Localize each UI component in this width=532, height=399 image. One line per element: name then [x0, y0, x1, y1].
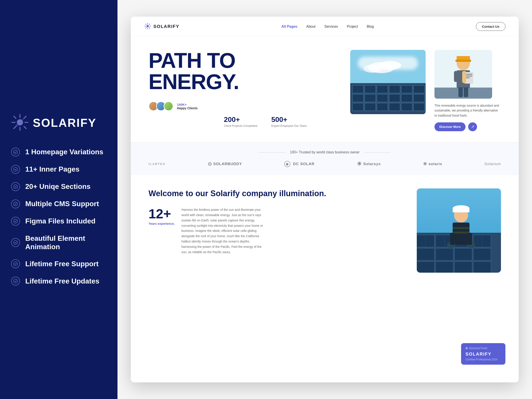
nav-link-about[interactable]: About — [306, 25, 316, 29]
svg-line-25 — [149, 27, 150, 28]
welcome-stats: 12+ Years experience. Harness the limitl… — [149, 207, 403, 255]
check-icon-8 — [11, 277, 20, 285]
welcome-body-text: Harness the limitless power of the sun a… — [181, 207, 266, 255]
svg-rect-68 — [465, 76, 472, 76]
brand-solarbuddy: ⊙ SOLARBUDDY — [208, 161, 242, 167]
badge-dot — [466, 347, 468, 349]
svg-point-18 — [13, 279, 18, 283]
nav-link-services[interactable]: Services — [324, 25, 338, 29]
svg-point-14 — [13, 202, 18, 206]
svg-line-6 — [24, 126, 26, 129]
svg-rect-47 — [377, 103, 388, 111]
welcome-worker-svg — [417, 188, 501, 273]
feature-label-2: 11+ Inner Pages — [25, 165, 80, 173]
brand-solarsys: ☀ Solarsys — [357, 160, 381, 167]
svg-rect-83 — [436, 248, 453, 260]
stat-number-2: 500+ — [271, 115, 307, 124]
nav-link-allpages[interactable]: All Pages — [281, 25, 297, 29]
check-icon-2 — [11, 165, 20, 174]
brand-solarium: Solarium — [484, 162, 501, 166]
hero-clients: 140K+ Happy Clients — [149, 101, 341, 111]
svg-rect-96 — [453, 208, 469, 212]
hero-description: This renewable energy source is abundant… — [434, 103, 501, 118]
clients-text: 140K+ Happy Clients — [177, 103, 197, 110]
svg-rect-46 — [365, 103, 376, 111]
stat-label-1: Client Projects Completed. — [224, 124, 258, 127]
svg-rect-85 — [473, 248, 491, 260]
hero-title-line1: PATH TO — [149, 50, 341, 71]
hero-right: This renewable energy source is abundant… — [434, 50, 501, 131]
feature-item-5: Figma Files Included — [11, 217, 106, 226]
hero-worker-image — [434, 50, 492, 99]
features-list: 1 Homepage Variations 11+ Inner Pages 20… — [11, 148, 106, 286]
browser-window: SOLARIFY All Pages About Services Projec… — [131, 17, 519, 382]
svg-rect-38 — [413, 85, 424, 93]
discover-arrow-button[interactable]: ↗ — [468, 122, 477, 131]
svg-rect-70 — [462, 71, 466, 83]
discover-more-button[interactable]: Discover More — [434, 122, 466, 131]
svg-point-16 — [13, 241, 18, 245]
svg-rect-86 — [417, 262, 434, 273]
welcome-left: Welcome to our Solarify company illumina… — [149, 188, 403, 369]
hero-center-image — [350, 50, 426, 114]
trusted-line-left — [259, 152, 285, 152]
svg-point-10 — [22, 118, 24, 120]
badge-tag: Electrical Fixed — [466, 347, 501, 350]
feature-label-4: Multiple CMS Support — [25, 200, 99, 208]
svg-rect-50 — [413, 103, 424, 111]
nav-link-blog[interactable]: Blog — [367, 25, 374, 29]
brand-solaris: ✳ solaris — [423, 161, 442, 167]
feature-label-5: Figma Files Included — [25, 217, 95, 225]
brand-dcsolar: ◉ DC SOLAR — [284, 161, 315, 167]
stat-item-1: 200+ Client Projects Completed. — [224, 115, 258, 127]
nav-link-project[interactable]: Project — [347, 25, 358, 29]
navbar: SOLARIFY All Pages About Services Projec… — [131, 17, 519, 37]
trusted-title: 100+ Trusted by world class business own… — [149, 150, 501, 154]
svg-point-17 — [13, 262, 18, 266]
trusted-line-right — [364, 152, 391, 152]
left-panel: SOLARIFY 1 Homepage Variations 11+ Inner… — [0, 0, 117, 399]
svg-point-13 — [13, 185, 18, 189]
badge-name: SOLARIFY — [466, 352, 501, 357]
welcome-stat-number: 12+ — [149, 207, 175, 221]
svg-point-19 — [146, 25, 149, 27]
badge-tag-text: Electrical Fixed — [469, 347, 487, 350]
badge-card: Electrical Fixed SOLARIFY Certified Prof… — [461, 343, 505, 365]
feature-label-7: Lifetime Free Support — [25, 260, 99, 268]
feature-label-6: Beautiful Element Animation — [25, 234, 106, 251]
check-icon-5 — [11, 217, 20, 226]
svg-rect-82 — [417, 248, 434, 260]
svg-rect-87 — [436, 262, 453, 273]
nav-logo-icon — [144, 23, 151, 31]
left-logo-text: SOLARIFY — [33, 116, 96, 129]
svg-point-0 — [17, 119, 23, 126]
worker-svg — [434, 50, 492, 99]
stat-item-2: 500+ Expert Employed Our Team. — [271, 115, 307, 127]
svg-rect-48 — [389, 103, 400, 111]
hero-title-line2: ENERGY. — [149, 71, 341, 92]
svg-rect-103 — [467, 233, 472, 245]
left-logo-area: SOLARIFY — [11, 114, 106, 132]
svg-point-12 — [13, 167, 18, 171]
svg-rect-64 — [456, 60, 471, 62]
stat-number-1: 200+ — [224, 115, 258, 124]
svg-rect-99 — [453, 232, 469, 234]
stat-label-2: Expert Employed Our Team. — [271, 124, 307, 127]
check-icon-4 — [11, 200, 20, 208]
feature-item-8: Lifetime Free Updates — [11, 277, 106, 285]
welcome-title: Welcome to our Solarify company illumina… — [149, 188, 403, 198]
svg-point-15 — [13, 219, 18, 223]
svg-rect-89 — [473, 262, 491, 273]
check-icon-7 — [11, 259, 20, 268]
contact-us-button[interactable]: Contact Us — [476, 22, 505, 31]
svg-rect-49 — [401, 103, 412, 111]
check-icon-1 — [11, 148, 20, 157]
nav-logo-text: SOLARIFY — [153, 24, 179, 29]
check-icon-3 — [11, 182, 20, 191]
nav-links: All Pages About Services Project Blog — [281, 25, 374, 29]
client-avatars — [149, 101, 173, 111]
svg-rect-45 — [352, 103, 364, 111]
svg-rect-67 — [465, 74, 472, 75]
svg-line-5 — [14, 116, 16, 118]
feature-item-7: Lifetime Free Support — [11, 259, 106, 268]
